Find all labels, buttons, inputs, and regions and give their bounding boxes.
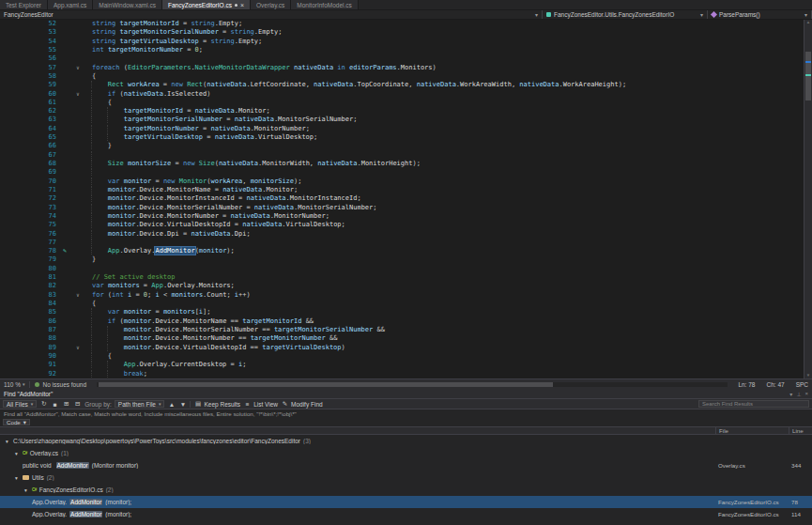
fold-arrow-icon[interactable]: ∨ [71, 344, 84, 352]
fold-arrow-icon[interactable]: ∨ [71, 64, 84, 72]
result-match-row[interactable]: App.Overlay.AddMonitor(monitor);FancyZon… [0, 496, 812, 508]
editor-vscrollbar[interactable]: ▲ ▼ [804, 20, 812, 378]
code-line[interactable]: 77 [0, 239, 804, 247]
result-match-row[interactable]: App.Overlay.AddMonitor(monitor);FancyZon… [0, 508, 812, 520]
expander-icon[interactable]: ▾ [23, 487, 29, 493]
expander-icon[interactable]: ▾ [13, 475, 20, 481]
code-line[interactable]: 66 } [0, 142, 804, 150]
previous-result-icon[interactable]: ▲ [167, 400, 176, 409]
document-health-indicator[interactable]: No issues found [35, 381, 86, 388]
code-line[interactable]: 52string targetMonitorId = string.Empty; [0, 20, 804, 28]
collapse-all-icon[interactable]: ⊟ [73, 400, 82, 409]
code-line[interactable]: 91 App.Overlay.CurrentDesktop = i; [0, 361, 804, 369]
code-line[interactable]: 70 var monitor = new Monitor(workArea, m… [0, 178, 804, 186]
fold-arrow-icon[interactable]: ∨ [71, 90, 84, 99]
code-line[interactable]: 75 monitor.Device.VirtualDesktopId = nat… [0, 221, 804, 229]
expander-icon[interactable]: ▾ [13, 451, 20, 456]
code-line[interactable]: 76 monitor.Device.Dpi = nativeData.Dpi; [0, 230, 804, 239]
code-line[interactable]: 56 [0, 54, 804, 63]
code-line[interactable]: 67 [0, 151, 804, 160]
files-filter-dropdown[interactable]: All Files ▾ [3, 400, 37, 408]
file-column-header[interactable]: File [715, 427, 789, 434]
project-dropdown[interactable]: FancyZonesEditor ▾ [0, 10, 543, 19]
code-line[interactable]: 86 if (monitor.Device.MonitorName == tar… [0, 317, 804, 326]
fold-arrow-icon[interactable]: ∨ [71, 291, 84, 300]
tab-mainwindow-xaml-cs[interactable]: MainWindow.xaml.cs [93, 0, 162, 9]
code-filter-dropdown[interactable]: Code ▾ [3, 419, 30, 425]
code-line[interactable]: 74 monitor.Device.MonitorNumber = native… [0, 212, 804, 221]
code-line[interactable]: 72 monitor.Device.MonitorInstanceId = na… [0, 194, 804, 203]
expander-icon[interactable]: ▾ [4, 439, 10, 444]
zoom-control[interactable]: 110 % ▾ [4, 381, 24, 388]
code-line[interactable]: 59 Rect workArea = new Rect(nativeData.L… [0, 81, 804, 89]
code-line[interactable]: 79} [0, 255, 804, 264]
list-view-button[interactable]: ≡ List View [243, 400, 278, 409]
code-line[interactable]: 84{ [0, 300, 804, 308]
code-column-header[interactable] [0, 427, 715, 434]
modify-find-button[interactable]: ✎ Modify Find [281, 400, 323, 409]
close-icon[interactable]: × [240, 2, 244, 8]
code-line[interactable]: 92 break; [0, 370, 804, 378]
health-text: No issues found [42, 381, 86, 388]
code-line[interactable]: 57∨foreach (EditorParameters.NativeMonit… [0, 64, 804, 72]
code-editor[interactable]: 52string targetMonitorId = string.Empty;… [0, 20, 804, 378]
line-column-header[interactable]: Line [789, 427, 812, 434]
window-menu-icon[interactable]: ▾ [789, 391, 792, 397]
code-line[interactable]: 55int targetMonitorNumber = 0; [0, 46, 804, 54]
code-text: { [84, 300, 804, 308]
tab-monitorinfomodel-cs[interactable]: MonitorInfoModel.cs [291, 0, 359, 9]
code-line[interactable]: 83∨for (int i = 0; i < monitors.Count; i… [0, 291, 804, 300]
code-line[interactable]: 69 [0, 168, 804, 177]
code-line[interactable]: 63 targetMonitorSerialNumber = nativeDat… [0, 116, 804, 124]
next-result-icon[interactable]: ▼ [178, 400, 187, 409]
tab-app-xaml-cs[interactable]: App.xaml.cs [48, 0, 93, 9]
keep-results-toggle[interactable]: ▤ Keep Results [193, 400, 240, 409]
code-line[interactable]: 81// Set active desktop [0, 273, 804, 282]
result-group-row[interactable]: ▾C:\Users\zhaopengwang\Desktop\powertoys… [0, 435, 812, 447]
code-line[interactable]: 68 Size monitorSize = new Size(nativeDat… [0, 160, 804, 168]
result-group-row[interactable]: ▾Utils(2) [0, 471, 812, 484]
tab-fancyzoneseditorio-cs[interactable]: FancyZonesEditorIO.cs× [162, 0, 251, 9]
code-line[interactable]: 78✎ App.Overlay.AddMonitor(monitor); [0, 247, 804, 255]
code-line[interactable]: 82var monitors = App.Overlay.Monitors; [0, 282, 804, 290]
code-line[interactable]: 80 [0, 265, 804, 273]
close-icon[interactable]: × [804, 391, 808, 397]
code-line[interactable]: 87 monitor.Device.MonitorSerialNumber ==… [0, 326, 804, 334]
tab-test-explorer[interactable]: Test Explorer [0, 0, 48, 9]
code-line[interactable]: 90 { [0, 352, 804, 361]
code-line[interactable]: 62 targetMonitorId = nativeData.Monitor; [0, 107, 804, 116]
code-line[interactable]: 58{ [0, 72, 804, 81]
expand-all-icon[interactable]: ⊞ [62, 400, 70, 409]
code-text [84, 265, 804, 273]
find-panel-titlebar[interactable]: Find "AddMonitor" ▾ ⊥ × [0, 389, 812, 398]
scrollbar-thumb[interactable] [805, 52, 811, 100]
code-line[interactable]: 53string targetMonitorSerialNumber = str… [0, 28, 804, 37]
code-line[interactable]: 89∨ monitor.Device.VirtualDesktopId == t… [0, 344, 804, 352]
scroll-up-icon[interactable]: ▲ [804, 20, 812, 25]
tab-overlay-cs[interactable]: Overlay.cs [251, 0, 291, 9]
code-line[interactable]: 85 var monitor = monitors[i]; [0, 308, 804, 317]
line-number: 82 [0, 282, 58, 290]
member-dropdown[interactable]: ParseParams() ▾ [708, 10, 812, 19]
stop-search-icon[interactable]: ■ [51, 400, 59, 409]
result-match-row[interactable]: public void AddMonitor(Monitor monitor)O… [0, 459, 812, 471]
code-line[interactable]: 60∨ if (nativeData.IsSelected) [0, 90, 804, 99]
repeat-search-icon[interactable]: ↻ [39, 400, 48, 409]
line-number: 76 [0, 230, 58, 239]
code-line[interactable]: 88 monitor.Device.MonitorNumber == targe… [0, 334, 804, 343]
result-group-row[interactable]: ▾C#FancyZonesEditorIO.cs(2) [0, 484, 812, 496]
code-line[interactable]: 71 monitor.Device.MonitorName = nativeDa… [0, 186, 804, 194]
code-line[interactable]: 73 monitor.Device.MonitorSerialNumber = … [0, 204, 804, 212]
group-by-dropdown[interactable]: Path then File ▾ [115, 400, 165, 408]
pin-icon[interactable]: ⊥ [796, 391, 801, 397]
code-line[interactable]: 54string targetVirtualDesktop = string.E… [0, 38, 804, 46]
editor-hscrollbar[interactable] [97, 382, 728, 387]
result-group-row[interactable]: ▾C#Overlay.cs(1) [0, 447, 812, 459]
code-line[interactable]: 64 targetMonitorNumber = nativeData.Moni… [0, 125, 804, 133]
code-line[interactable]: 61 { [0, 99, 804, 107]
find-results-search-input[interactable] [698, 400, 809, 408]
code-line[interactable]: 65 targetVirtualDesktop = nativeData.Vir… [0, 133, 804, 142]
line-number: 92 [0, 370, 58, 378]
class-dropdown[interactable]: FancyZonesEditor.Utils.FancyZonesEditorI… [543, 10, 708, 19]
hscrollbar-thumb[interactable] [99, 382, 553, 387]
